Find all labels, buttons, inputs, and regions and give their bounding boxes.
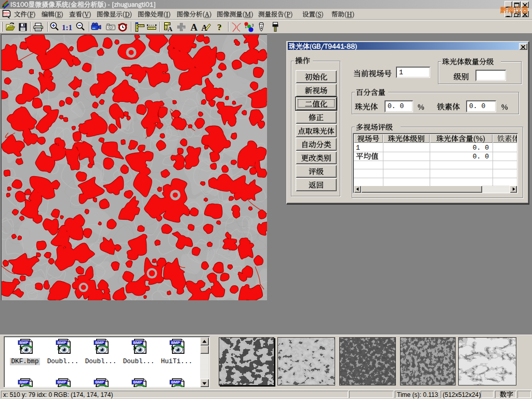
svg-text:3: 3 xyxy=(252,23,254,27)
svg-text:1:1: 1:1 xyxy=(62,23,72,32)
svg-text:DOC: DOC xyxy=(3,11,9,15)
svg-text:A: A xyxy=(191,22,198,33)
svg-text:A: A xyxy=(168,25,173,33)
svg-text:1: 1 xyxy=(245,25,247,29)
svg-text:?: ? xyxy=(217,22,222,32)
